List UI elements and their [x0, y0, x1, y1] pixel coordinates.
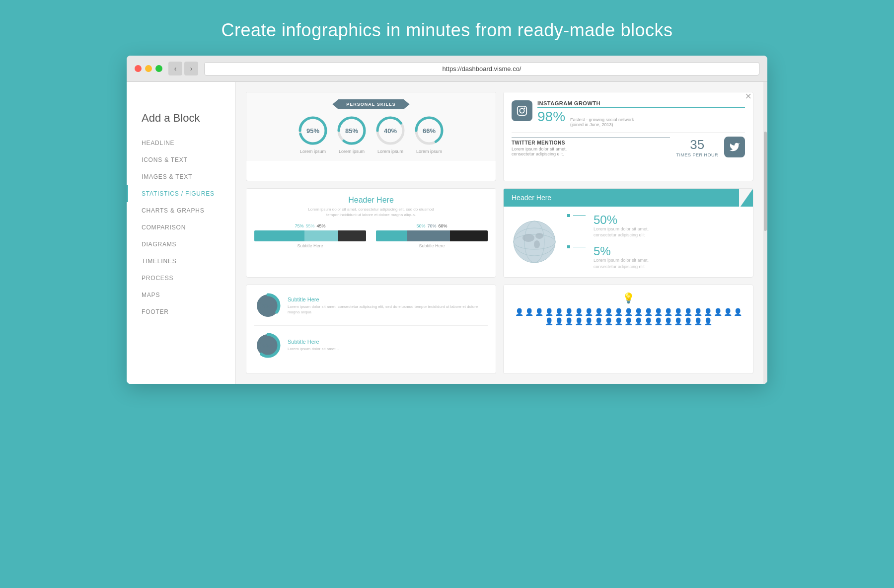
instagram-percent: 98%	[537, 110, 565, 124]
person-icon-dim: 👤	[575, 317, 583, 325]
instagram-icon	[512, 100, 532, 121]
bar-label-1: Subtitle Here	[297, 243, 323, 248]
person-icon-dim: 👤	[704, 308, 712, 316]
forward-button[interactable]: ›	[184, 62, 198, 75]
person-icon-dim: 👤	[624, 308, 633, 316]
sidebar-item-diagrams[interactable]: DIAGRAMS	[127, 236, 235, 253]
sc-item-2-wrap: 60% Subtitle Here Lorem ipsum dolor sit …	[254, 325, 488, 359]
bar-group-1: 75% 55% 45% Subtitle H	[254, 223, 366, 248]
nav-buttons: ‹ ›	[168, 62, 198, 75]
person-icon-dim: 👤	[684, 317, 692, 325]
person-icon-dim: 👤	[634, 317, 643, 325]
bar-group-2: 50% 70% 60% Subtitle H	[376, 223, 488, 248]
instagram-data: INSTAGRAM GROWTH 98% Fastest - growing s…	[537, 100, 745, 127]
sidebar-item-process[interactable]: PROCESS	[127, 270, 235, 287]
block-bars-content: Header Here Lorem ipsum dolor sit amet, …	[246, 189, 496, 255]
sidebar-item-headline[interactable]: HEADLINE	[127, 135, 235, 151]
block3-lorem: Lorem ipsum dolor sit amet, consectetur …	[254, 207, 488, 218]
scrollbar[interactable]	[763, 82, 767, 384]
svg-point-17	[534, 240, 540, 248]
person-icon-dim: 👤	[654, 308, 663, 316]
person-icon: 👤	[575, 308, 583, 316]
person-icon-dim: 👤	[644, 317, 653, 325]
skill-label-4: Lorem ipsum	[416, 149, 442, 154]
block-personal-skills[interactable]: PERSONAL SKILLS 95%	[246, 92, 496, 181]
fullscreen-traffic-light[interactable]	[155, 65, 162, 72]
skill-circle-1: 95%	[298, 115, 328, 146]
close-traffic-light[interactable]	[135, 65, 142, 72]
block-donut-rows[interactable]: 35% Subtitle Here Lorem ipsum dolor sit …	[246, 285, 496, 374]
person-icon-dim: 👤	[664, 308, 672, 316]
skill-percent-4: 66%	[423, 127, 436, 135]
sidebar-item-timelines[interactable]: TIMELINES	[127, 253, 235, 270]
sc-donut-label-2: 60%	[262, 343, 273, 349]
globe-header-bar: Header Here	[504, 189, 753, 207]
person-icon-dim: 👤	[565, 317, 573, 325]
sidebar-nav: HEADLINE ICONS & TEXT IMAGES & TEXT STAT…	[127, 135, 235, 320]
sc-text-1: Subtitle Here Lorem ipsum dolor sit amet…	[288, 296, 488, 315]
globe-stat-desc-1: Lorem ipsum dolor sit amet,consectetur a…	[594, 226, 649, 238]
block-globe[interactable]: Header Here	[503, 188, 753, 278]
person-icon-dim: 👤	[585, 317, 593, 325]
sc-subtitle-1: Subtitle Here	[288, 296, 488, 302]
block-stacked-bars[interactable]: Header Here Lorem ipsum dolor sit amet, …	[246, 188, 496, 278]
address-bar[interactable]: https://dashboard.visme.co/	[204, 62, 759, 75]
sidebar-item-comparison[interactable]: COMPARISON	[127, 219, 235, 236]
skill-item-4: 66% Lorem ipsum	[414, 115, 445, 154]
twitter-icon	[724, 137, 745, 157]
globe-stat-1: 50% Lorem ipsum dolor sit amet,consectet…	[567, 214, 747, 238]
minimize-traffic-light[interactable]	[145, 65, 152, 72]
person-icon-dim: 👤	[684, 308, 692, 316]
block-people-content: 💡 👤 👤 👤 👤 👤 👤 👤 👤	[504, 285, 753, 332]
skill-label-3: Lorem ipsum	[377, 149, 403, 154]
browser-content: Add a Block HEADLINE ICONS & TEXT IMAGES…	[127, 82, 767, 384]
sidebar-item-footer[interactable]: FOOTER	[127, 303, 235, 320]
sidebar-item-charts[interactable]: CHARTS & GRAPHS	[127, 202, 235, 219]
person-icon: 👤	[545, 308, 553, 316]
sc-donut-label-1: 35%	[262, 303, 273, 309]
person-icon-dim: 👤	[614, 308, 623, 316]
sidebar-item-images-text[interactable]: IMAGES & TEXT	[127, 168, 235, 185]
globe-body: 50% Lorem ipsum dolor sit amet,consectet…	[504, 207, 753, 277]
sidebar-item-icons-text[interactable]: ICONS & TEXT	[127, 151, 235, 168]
svg-point-11	[514, 221, 555, 263]
block-skills-content: PERSONAL SKILLS 95%	[246, 92, 496, 161]
svg-point-9	[520, 108, 524, 113]
person-icon-dim: 👤	[674, 317, 682, 325]
sidebar-item-maps[interactable]: MAPS	[127, 287, 235, 303]
block-people-icons[interactable]: 💡 👤 👤 👤 👤 👤 👤 👤 👤	[503, 285, 753, 374]
skill-percent-3: 40%	[384, 127, 397, 135]
twitter-number: 35	[676, 137, 718, 152]
svg-point-15	[522, 234, 534, 242]
globe-stat-num-2: 5%	[594, 245, 649, 257]
scrollbar-thumb[interactable]	[764, 132, 767, 231]
skill-item-2: 85% Lorem ipsum	[336, 115, 367, 154]
svg-rect-8	[518, 106, 526, 115]
page-headline: Create infographics in minutes from read…	[127, 0, 767, 56]
globe-header-text: Header Here	[512, 194, 551, 202]
person-icon-dim: 👤	[734, 308, 742, 316]
person-icon-dim: 👤	[694, 317, 702, 325]
page-background: Create infographics in minutes from read…	[127, 0, 767, 384]
block-social-stats[interactable]: INSTAGRAM GROWTH 98% Fastest - growing s…	[503, 92, 753, 181]
lightbulb-icon: 💡	[622, 292, 635, 304]
block-donut-content: 35% Subtitle Here Lorem ipsum dolor sit …	[246, 285, 496, 372]
person-icon-dim: 👤	[595, 317, 603, 325]
sc-item-2: 60% Subtitle Here Lorem ipsum dolor sit …	[254, 332, 488, 359]
person-icon-dim: 👤	[724, 308, 732, 316]
person-icon-dim: 👤	[634, 308, 643, 316]
sidebar-item-statistics[interactable]: STATISTICS / FIGURES	[127, 185, 235, 202]
person-icon-dim: 👤	[694, 308, 702, 316]
person-icon-dim: 👤	[664, 317, 672, 325]
globe-stat-desc-2: Lorem ipsum dolor sit amet,consectetur a…	[594, 257, 649, 270]
skill-circle-3: 40%	[375, 115, 406, 146]
person-icon-dim: 👤	[614, 317, 623, 325]
skill-item-3: 40% Lorem ipsum	[375, 115, 406, 154]
sc-text-2: Subtitle Here Lorem ipsum dolor sit amet…	[288, 339, 488, 352]
skill-percent-2: 85%	[345, 127, 358, 135]
close-panel-button[interactable]: ×	[745, 90, 751, 103]
person-icon-dim: 👤	[674, 308, 682, 316]
back-button[interactable]: ‹	[168, 62, 182, 75]
instagram-desc1: Fastest - growing social network	[570, 117, 634, 122]
block-social-content: INSTAGRAM GROWTH 98% Fastest - growing s…	[504, 92, 753, 165]
